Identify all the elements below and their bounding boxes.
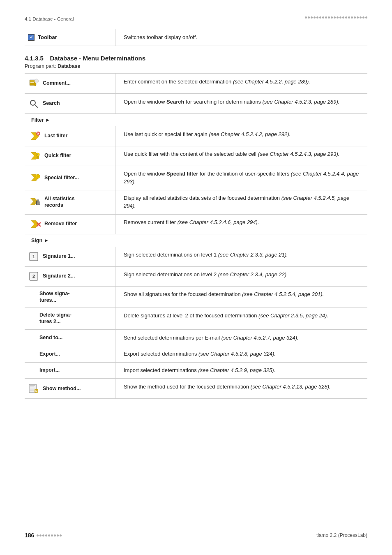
- row-show-signatures: Show signa- tures... Show all signatures…: [25, 286, 367, 308]
- row-comment: ... Comment... Enter comment on the sele…: [25, 73, 367, 94]
- svg-text:M: M: [35, 390, 37, 392]
- sign-subheader-label: Sign ►: [28, 238, 49, 243]
- header-dot: [339, 16, 341, 18]
- quick-filter-label: Quick filter: [44, 152, 71, 159]
- signature1-left: 1 Signature 1...: [25, 247, 115, 266]
- remove-filter-icon: [30, 218, 41, 230]
- footer-dot: [51, 534, 53, 536]
- toolbar-description: Switches toolbar display on/off.: [115, 29, 367, 46]
- section-title: Database - Menu Determinations: [50, 55, 146, 62]
- header-dot: [325, 16, 327, 18]
- signature1-icon: 1: [28, 251, 39, 262]
- header-dot: [314, 16, 316, 18]
- page-number: 186: [25, 532, 62, 539]
- comment-description: Enter comment on the selected determinat…: [115, 74, 367, 93]
- show-signatures-line1: Show signa-: [39, 290, 70, 297]
- row-send-to: Send to... Send selected determinations …: [25, 329, 367, 347]
- svg-rect-1: [30, 81, 35, 81]
- send-to-description: Send selected determinations per E-mail …: [115, 330, 367, 346]
- search-label: Search: [43, 100, 60, 106]
- program-part-label: Program part:: [25, 63, 56, 69]
- row-remove-filter: Remove filter Removes current filter (se…: [25, 214, 367, 234]
- svg-rect-38: [30, 390, 34, 391]
- svg-rect-21: [36, 201, 37, 205]
- row-last-filter: Last filter Use last quick or special fi…: [25, 126, 367, 146]
- show-signatures-left: Show signa- tures...: [25, 286, 115, 308]
- section-heading: 4.1.3.5 Database - Menu Determinations: [25, 55, 367, 62]
- row-signature2: 2 Signature 2... Sign selected determina…: [25, 266, 367, 287]
- svg-rect-22: [37, 199, 39, 205]
- show-method-left: M Show method...: [25, 379, 115, 398]
- delete-signatures-line1: Delete signa-: [39, 312, 71, 318]
- header-dot: [362, 16, 364, 18]
- page-footer: 186 tiamo 2.2 (ProcessLab): [25, 532, 367, 539]
- toolbar-checkbox-icon: [28, 34, 35, 41]
- show-method-description: Show the method used for the focused det…: [115, 379, 367, 398]
- section-number: 4.1.3.5: [25, 55, 44, 62]
- svg-text:1: 1: [32, 254, 35, 259]
- header-dot: [322, 16, 324, 18]
- header-dot: [308, 16, 310, 18]
- header-dot: [334, 16, 336, 18]
- export-label: Export...: [39, 351, 60, 357]
- search-left: Search: [25, 94, 115, 113]
- svg-line-6: [35, 104, 38, 107]
- footer-dot: [60, 534, 62, 536]
- toolbar-label: Toolbar: [38, 34, 57, 40]
- row-all-statistics: All statistics records Display all relat…: [25, 190, 367, 215]
- signature2-left: 2 Signature 2...: [25, 266, 115, 286]
- signature1-description: Sign selected determinations on level 1 …: [115, 247, 367, 266]
- show-signatures-description: Show all signatures for the focused dete…: [115, 286, 367, 308]
- send-to-label: Send to...: [39, 334, 62, 341]
- header-dot: [305, 16, 307, 18]
- comment-icon: ...: [28, 78, 39, 89]
- statistics-icon: [30, 196, 41, 208]
- last-filter-left: Last filter: [25, 126, 115, 146]
- signature2-icon: 2: [28, 271, 39, 282]
- svg-text:2: 2: [32, 274, 35, 279]
- special-filter-left: Special filter...: [25, 166, 115, 190]
- special-filter-label: Special filter...: [44, 174, 79, 181]
- header-dot: [357, 16, 359, 18]
- comment-left: ... Comment...: [25, 74, 115, 93]
- last-filter-icon: [30, 130, 41, 142]
- header-dot: [337, 16, 339, 18]
- row-signature1: 1 Signature 1... Sign selected determina…: [25, 247, 367, 267]
- remove-filter-left: Remove filter: [25, 214, 115, 234]
- svg-rect-37: [30, 389, 34, 390]
- page: 4.1 Database - General Toolbar Switches …: [0, 0, 392, 555]
- footer-dot: [45, 534, 47, 536]
- svg-marker-20: [30, 198, 38, 205]
- row-special-filter: Special filter... Open the window Specia…: [25, 166, 367, 190]
- svg-rect-36: [30, 388, 35, 388]
- page-header: 4.1 Database - General: [25, 16, 367, 21]
- header-dot: [319, 16, 321, 18]
- row-import: Import... Import selected determinations…: [25, 362, 367, 379]
- page-number-value: 186: [25, 532, 34, 539]
- footer-dot: [48, 534, 50, 536]
- header-dot: [316, 16, 318, 18]
- show-signatures-line2: tures...: [39, 297, 70, 303]
- svg-text:...: ...: [35, 80, 38, 83]
- footer-dot: [37, 534, 39, 536]
- header-dot: [360, 16, 362, 18]
- all-statistics-left: All statistics records: [25, 190, 115, 214]
- delete-signatures-description: Delete signatures at level 2 of the focu…: [115, 308, 367, 329]
- remove-filter-description: Removes current filter (see Chapter 4.5.…: [115, 214, 367, 234]
- toolbar-row: Toolbar Switches toolbar display on/off.: [25, 29, 367, 46]
- svg-rect-34: [30, 385, 35, 386]
- header-section-label: 4.1 Database - General: [25, 16, 74, 21]
- svg-rect-35: [30, 386, 34, 387]
- delete-signatures-left: Delete signa- tures 2...: [25, 308, 115, 329]
- header-dot: [365, 16, 367, 18]
- svg-rect-2: [30, 82, 34, 83]
- comment-label: Comment...: [43, 80, 71, 86]
- show-method-label: Show method...: [43, 385, 81, 392]
- header-dots-decoration: [305, 16, 367, 18]
- footer-dot: [54, 534, 56, 536]
- header-dot: [331, 16, 333, 18]
- row-quick-filter: Quick filter Use quick filter with the c…: [25, 146, 367, 166]
- import-left: Import...: [25, 362, 115, 379]
- program-part: Program part: Database: [25, 63, 367, 69]
- row-search: Search Open the window Search for search…: [25, 93, 367, 114]
